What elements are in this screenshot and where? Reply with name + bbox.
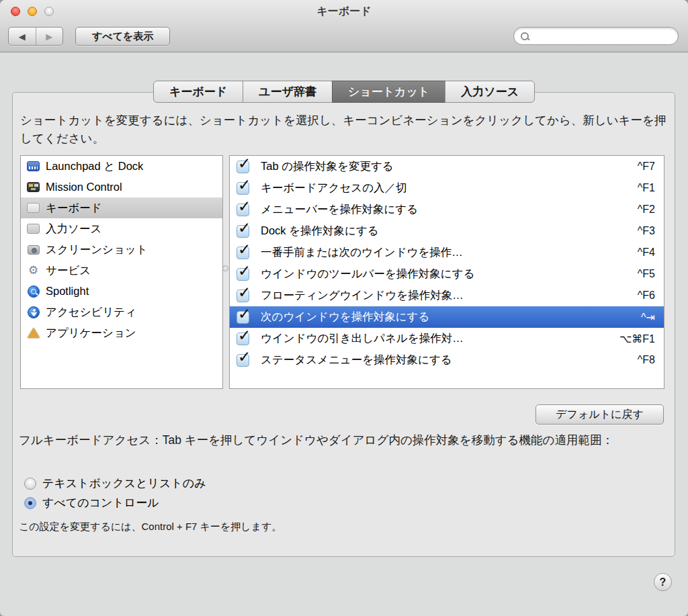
shortcut-row[interactable]: ✓フローティングウインドウを操作対象…^F6 [230, 285, 664, 306]
checkmark-icon: ✓ [238, 177, 251, 193]
shortcut-key[interactable]: ^F7 [638, 161, 655, 173]
tab-0[interactable]: キーボード [153, 81, 243, 103]
splitter-handle[interactable] [222, 265, 228, 271]
shortcut-row[interactable]: ✓ステータスメニューを操作対象にする^F8 [230, 349, 664, 371]
keyboard-icon [27, 202, 40, 214]
sidebar-item-5[interactable]: ⚙サービス [21, 260, 222, 281]
shortcut-row[interactable]: ✓Dock を操作対象にする^F3 [230, 220, 664, 242]
shortcut-label: Tab の操作対象を変更する [261, 159, 394, 174]
sidebar-item-label: Launchpad と Dock [46, 159, 143, 174]
shortcut-key[interactable]: ^F4 [638, 247, 655, 259]
sidebar-item-0[interactable]: Launchpad と Dock [21, 156, 222, 177]
shortcut-row[interactable]: ✓ウインドウの引き出しパネルを操作対…⌥⌘F1 [230, 328, 664, 349]
forward-button[interactable]: ▶ [36, 28, 63, 45]
launchpad-dock-icon [27, 160, 40, 173]
shortcut-key[interactable]: ^F8 [638, 354, 655, 366]
shortcut-label: フローティングウインドウを操作対象… [261, 288, 464, 303]
checkbox[interactable]: ✓ [236, 161, 249, 173]
sidebar-item-label: アプリケーション [46, 326, 136, 341]
checkmark-icon: ✓ [238, 220, 251, 236]
restore-defaults-label: デフォルトに戻す [556, 408, 644, 422]
checkmark-icon: ✓ [238, 349, 251, 365]
help-button[interactable]: ? [654, 573, 672, 591]
sidebar-item-4[interactable]: スクリーンショット [21, 239, 222, 260]
shortcut-key[interactable]: ^F3 [638, 225, 655, 237]
checkbox[interactable]: ✓ [236, 268, 249, 281]
shortcut-row[interactable]: ✓メニューバーを操作対象にする^F2 [230, 199, 664, 220]
shortcut-row[interactable]: ✓ウインドウのツールバーを操作対象にする^F5 [230, 263, 664, 285]
show-all-label: すべてを表示 [92, 30, 153, 43]
applications-icon [27, 326, 40, 339]
nav-button-group: ◀ ▶ [8, 27, 63, 46]
radio-option-label: テキストボックスとリストのみ [42, 476, 206, 491]
checkbox[interactable]: ✓ [236, 354, 249, 367]
tab-label: キーボード [169, 84, 227, 99]
checkmark-icon: ✓ [238, 156, 251, 171]
checkbox[interactable]: ✓ [236, 290, 249, 302]
checkmark-icon: ✓ [238, 199, 251, 214]
checkbox[interactable]: ✓ [236, 247, 249, 259]
checkmark-icon: ✓ [238, 285, 251, 300]
sidebar-item-6[interactable]: Spotlight [21, 281, 222, 302]
search-input[interactable] [529, 28, 678, 44]
back-button[interactable]: ◀ [9, 28, 36, 45]
checkmark-icon: ✓ [238, 242, 251, 257]
setting-note: この設定を変更するには、Control + F7 キーを押します。 [19, 521, 282, 533]
input-source-icon [27, 222, 40, 235]
checkbox[interactable]: ✓ [236, 225, 249, 238]
shortcut-key[interactable]: ^⇥ [641, 311, 655, 324]
shortcut-row[interactable]: ✓キーボードアクセスの入／切^F1 [230, 177, 664, 199]
shortcut-row[interactable]: ✓Tab の操作対象を変更する^F7 [230, 156, 664, 177]
shortcut-key[interactable]: ⌥⌘F1 [619, 333, 655, 345]
sidebar-item-1[interactable]: Mission Control [21, 177, 222, 197]
search-field[interactable] [513, 27, 679, 45]
sidebar-item-2[interactable]: キーボード [21, 197, 222, 218]
shortcut-row[interactable]: ✓一番手前または次のウインドウを操作…^F4 [230, 242, 664, 263]
tab-1[interactable]: ユーザ辞書 [243, 81, 333, 103]
radio-option-1[interactable]: すべてのコントロール [24, 495, 159, 511]
checkmark-icon: ✓ [238, 328, 251, 343]
tab-3[interactable]: 入力ソース [445, 81, 535, 103]
tab-label: 入力ソース [461, 84, 519, 99]
tab-bar: キーボードユーザ辞書ショートカット入力ソース [0, 81, 688, 103]
tab-2[interactable]: ショートカット [332, 81, 445, 103]
shortcut-key[interactable]: ^F1 [638, 182, 655, 194]
checkmark-icon: ✓ [238, 306, 251, 322]
tab-label: ショートカット [348, 84, 429, 99]
shortcut-label: ステータスメニューを操作対象にする [261, 353, 452, 367]
shortcut-category-list: Launchpad と DockMission Controlキーボード入力ソー… [20, 155, 223, 389]
radio-button-icon[interactable] [24, 478, 36, 490]
full-keyboard-access-text: フルキーボードアクセス：Tab キーを押してウインドウやダイアログ内の操作対象を… [19, 431, 669, 449]
radio-option-label: すべてのコントロール [42, 495, 159, 511]
shortcut-label: メニューバーを操作対象にする [261, 202, 418, 217]
shortcut-label: 一番手前または次のウインドウを操作… [261, 245, 463, 260]
sidebar-item-8[interactable]: アプリケーション [21, 322, 222, 343]
show-all-button[interactable]: すべてを表示 [75, 27, 170, 46]
checkbox[interactable]: ✓ [236, 333, 249, 345]
screenshot-icon [27, 243, 40, 256]
sidebar-item-label: キーボード [46, 201, 102, 216]
mission-control-icon [27, 181, 40, 193]
shortcut-key[interactable]: ^F2 [638, 204, 655, 216]
checkbox[interactable]: ✓ [236, 182, 249, 195]
window-title: キーボード [0, 5, 688, 19]
help-question-label: ? [660, 576, 666, 588]
checkbox[interactable]: ✓ [236, 204, 249, 216]
sidebar-item-7[interactable]: アクセシビリティ [21, 302, 222, 322]
shortcut-key[interactable]: ^F6 [638, 290, 655, 302]
checkbox[interactable]: ✓ [236, 311, 249, 324]
checkmark-icon: ✓ [238, 263, 251, 279]
sidebar-item-3[interactable]: 入力ソース [21, 218, 222, 239]
radio-option-0[interactable]: テキストボックスとリストのみ [24, 476, 206, 491]
shortcut-row[interactable]: ✓次のウインドウを操作対象にする^⇥ [230, 306, 664, 328]
shortcut-label: ウインドウのツールバーを操作対象にする [261, 267, 475, 281]
accessibility-icon [27, 306, 40, 318]
radio-button-icon[interactable] [24, 497, 36, 509]
forward-arrow-icon: ▶ [46, 32, 52, 42]
tab-label: ユーザ辞書 [259, 84, 316, 99]
sidebar-item-label: スクリーンショット [46, 243, 148, 257]
shortcut-label: ウインドウの引き出しパネルを操作対… [261, 331, 464, 346]
restore-defaults-button[interactable]: デフォルトに戻す [535, 404, 664, 425]
shortcut-label: Dock を操作対象にする [261, 224, 379, 238]
shortcut-key[interactable]: ^F5 [638, 268, 655, 280]
